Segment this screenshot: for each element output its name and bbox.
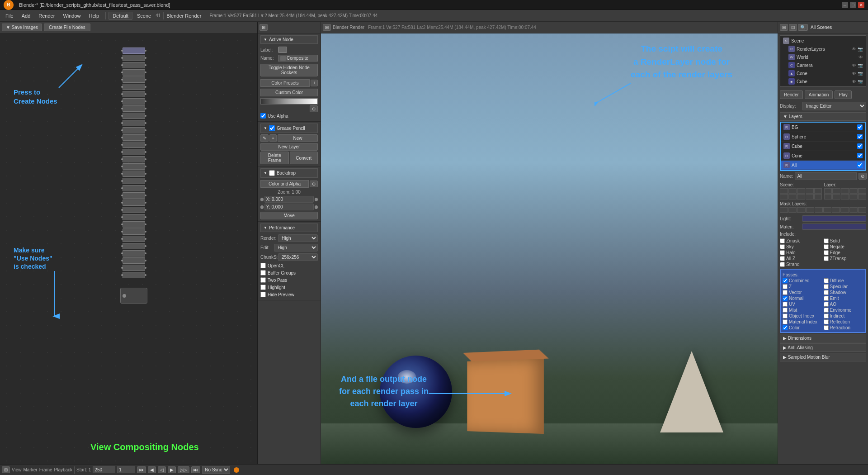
rp-icon2[interactable]: ⊡ [789, 24, 797, 31]
menu-render[interactable]: Render [35, 12, 58, 19]
grease-pencil-check[interactable] [269, 125, 275, 131]
environme-check[interactable] [824, 308, 829, 313]
node-box-25[interactable] [123, 221, 145, 228]
node-box-16[interactable] [123, 156, 145, 162]
layer-sphere[interactable]: R Sphere [781, 132, 865, 142]
rp-icon3[interactable]: 🔍 [798, 24, 808, 31]
tl-step-fwd[interactable]: ▷▷ [178, 466, 189, 473]
objindex-check[interactable] [783, 314, 788, 318]
node-box-17[interactable] [123, 163, 145, 170]
node-box-30[interactable] [123, 257, 145, 264]
zmask-check[interactable] [780, 238, 785, 243]
tl-jump-start[interactable]: ⏮ [137, 466, 146, 473]
edit-dropdown[interactable]: High Medium Low [274, 244, 318, 252]
all-check[interactable] [857, 162, 863, 168]
ml3[interactable] [797, 207, 805, 213]
minimize-button[interactable]: ─ [842, 2, 848, 8]
vector-check[interactable] [783, 290, 788, 295]
offset-y-field[interactable] [264, 204, 314, 210]
node-box-7[interactable] [123, 91, 145, 97]
diffuse-check[interactable] [824, 278, 829, 283]
ml8[interactable] [840, 207, 849, 213]
tl-step-back[interactable]: ◀ [148, 466, 156, 473]
color-alpha-toggle[interactable]: ⊙ [310, 180, 318, 187]
rp-icon1[interactable]: ⊞ [780, 24, 788, 31]
hide-preview-check[interactable] [260, 292, 266, 297]
create-file-nodes-button[interactable]: Create File Nodes [44, 24, 90, 31]
z-check[interactable] [783, 284, 788, 289]
node-box-8[interactable] [123, 98, 145, 104]
backdrop-check[interactable] [269, 170, 275, 176]
layer-all[interactable]: R All [781, 161, 865, 170]
color-toggle[interactable]: ⊙ [310, 105, 318, 112]
highlight-check[interactable] [260, 285, 266, 290]
sampled-blur-title[interactable]: ▶ Sampled Motion Blur [780, 353, 866, 361]
render-button[interactable]: Render [780, 90, 803, 99]
sc10[interactable] [814, 194, 822, 200]
gp-draw[interactable]: ✎ [260, 134, 269, 142]
node-box-4[interactable] [123, 69, 145, 76]
close-button[interactable]: ✕ [858, 2, 864, 8]
output-node[interactable] [120, 288, 147, 304]
tl-menu[interactable]: ⊞ [2, 466, 10, 473]
move-button[interactable]: Move [260, 212, 318, 219]
render-dropdown[interactable]: High Medium Low [278, 234, 318, 242]
allz-check[interactable] [780, 256, 785, 261]
play-button[interactable]: Play [835, 90, 851, 99]
color-presets-button[interactable]: Color Presets [260, 79, 310, 87]
two-pass-check[interactable] [260, 277, 266, 283]
materi-field[interactable] [802, 223, 866, 230]
tree-cone[interactable]: ▲ Cone 👁 📷 [781, 69, 865, 77]
menu-add[interactable]: Add [18, 12, 34, 19]
ml4[interactable] [806, 207, 814, 213]
node-box-11[interactable] [123, 120, 145, 126]
node-box-15[interactable] [123, 149, 145, 155]
tl-play-back[interactable]: ◁ [158, 466, 166, 473]
lc10[interactable] [858, 194, 866, 200]
edge-check[interactable] [824, 250, 829, 255]
ztransp-check[interactable] [824, 256, 829, 261]
color-alpha-button[interactable]: Color and Alpha [260, 180, 309, 188]
sc8[interactable] [797, 194, 805, 200]
tl-sync[interactable]: No Sync [202, 466, 230, 474]
ml5[interactable] [815, 207, 823, 213]
delete-frame-button[interactable]: Delete Frame [260, 152, 289, 164]
sc1[interactable] [780, 188, 788, 194]
ml7[interactable] [832, 207, 840, 213]
lc7[interactable] [832, 194, 840, 200]
strand-check[interactable] [780, 262, 785, 267]
node-box-28[interactable] [123, 243, 145, 249]
node-box-2[interactable] [123, 55, 145, 61]
lc6[interactable] [824, 194, 832, 200]
node-box-23[interactable] [123, 207, 145, 213]
lc1[interactable] [824, 188, 832, 194]
node-box-6[interactable] [123, 84, 145, 90]
lc5[interactable] [858, 188, 866, 194]
grease-pencil-header[interactable]: ▼ Grease Pencil [260, 124, 318, 133]
tl-jump-end[interactable]: ⏭ [191, 466, 200, 473]
layers-section-title[interactable]: ▼ Layers [780, 112, 866, 121]
specular-check[interactable] [824, 284, 829, 289]
convert-button[interactable]: Convert [290, 152, 318, 164]
sc6[interactable] [780, 194, 788, 200]
sc3[interactable] [797, 188, 805, 194]
bg-check[interactable] [857, 124, 863, 130]
shadow-check[interactable] [824, 290, 829, 295]
node-canvas[interactable]: Press toCreate Nodes Make sure"Use Nodes… [0, 33, 257, 464]
lc2[interactable] [832, 188, 840, 194]
sc9[interactable] [806, 194, 814, 200]
light-field[interactable] [802, 215, 866, 222]
node-box-20[interactable] [123, 185, 145, 191]
node-box-12[interactable] [123, 127, 145, 133]
layout-selector[interactable]: Default [108, 12, 132, 20]
tl-play[interactable]: ▶ [168, 466, 176, 473]
anti-aliasing-title[interactable]: ▶ Anti-Aliasing [780, 343, 866, 352]
layer-bg[interactable]: R BG [781, 123, 865, 132]
sphere-check[interactable] [857, 134, 863, 139]
layer-name-field[interactable] [795, 172, 857, 180]
node-box-32[interactable] [123, 272, 145, 278]
prop-icon-1[interactable]: ⊞ [259, 24, 268, 31]
name-field[interactable]: Composite [278, 55, 318, 62]
menu-window[interactable]: Window [59, 12, 84, 19]
color-presets-add[interactable]: + [311, 80, 318, 86]
